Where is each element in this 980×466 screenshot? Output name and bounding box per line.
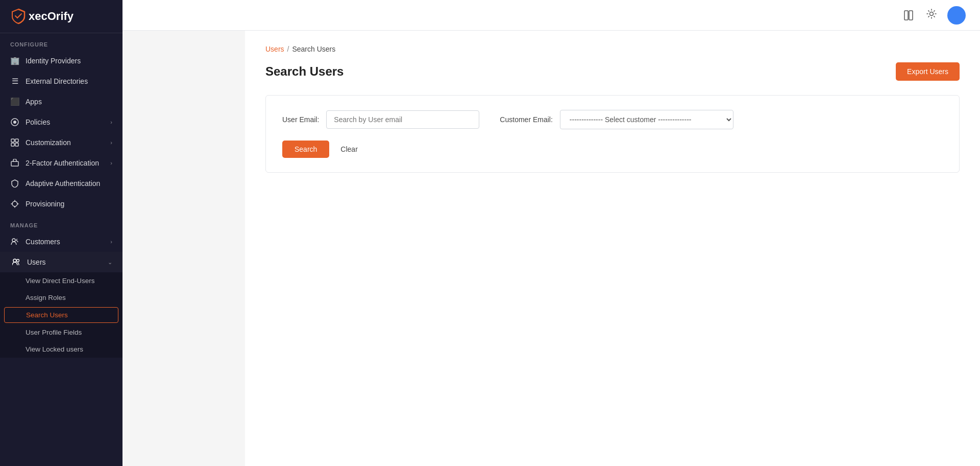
breadcrumb: Users / Search Users bbox=[265, 45, 960, 53]
export-users-button[interactable]: Export Users bbox=[896, 62, 960, 81]
sidebar-item-customization[interactable]: Customization › bbox=[0, 132, 122, 153]
sidebar-subitem-assign-roles[interactable]: Assign Roles bbox=[0, 289, 122, 306]
svg-rect-2 bbox=[11, 139, 14, 142]
sidebar-item-identity-providers[interactable]: 🏢 Identity Providers bbox=[0, 51, 122, 71]
form-actions: Search Clear bbox=[282, 141, 943, 158]
sidebar-item-users[interactable]: Users ⌄ bbox=[0, 252, 122, 272]
book-icon[interactable] bbox=[901, 8, 916, 22]
subitem-label: View Direct End-Users bbox=[26, 277, 95, 285]
sidebar: xecOrify Configure 🏢 Identity Providers … bbox=[0, 0, 122, 466]
svg-rect-6 bbox=[11, 161, 18, 166]
svg-rect-12 bbox=[909, 11, 913, 20]
subitem-label: Assign Roles bbox=[26, 294, 66, 301]
breadcrumb-separator: / bbox=[287, 45, 289, 53]
gear-icon[interactable] bbox=[926, 8, 937, 22]
sidebar-subitem-search-users[interactable]: Search Users bbox=[4, 307, 118, 323]
svg-point-10 bbox=[17, 260, 19, 262]
breadcrumb-parent-link[interactable]: Users bbox=[265, 45, 284, 53]
external-directories-icon: ☰ bbox=[10, 77, 19, 86]
sidebar-item-apps[interactable]: ⬛ Apps bbox=[0, 91, 122, 112]
chevron-right-icon: › bbox=[110, 139, 112, 146]
customer-select[interactable]: -------------- Select customer ---------… bbox=[560, 110, 733, 129]
svg-point-9 bbox=[13, 259, 16, 262]
sidebar-item-adaptive-auth[interactable]: Adaptive Authentication bbox=[0, 173, 122, 194]
sidebar-item-label: Customers bbox=[26, 238, 60, 246]
subitem-label: View Locked users bbox=[26, 345, 83, 353]
customers-icon bbox=[10, 237, 19, 246]
policies-icon bbox=[10, 118, 19, 127]
logo: xecOrify bbox=[0, 0, 122, 33]
svg-rect-4 bbox=[11, 143, 14, 146]
svg-point-1 bbox=[13, 121, 16, 124]
svg-point-8 bbox=[12, 239, 15, 242]
sidebar-item-provisioning[interactable]: Provisioning bbox=[0, 194, 122, 214]
configure-section-label: Configure bbox=[0, 33, 122, 51]
users-submenu: View Direct End-Users Assign Roles Searc… bbox=[0, 272, 122, 358]
sidebar-subitem-view-locked-users[interactable]: View Locked users bbox=[0, 341, 122, 358]
svg-rect-11 bbox=[904, 11, 908, 20]
sidebar-item-label: Apps bbox=[26, 98, 42, 106]
adaptive-auth-icon bbox=[10, 179, 19, 188]
customer-email-field: Customer Email: -------------- Select cu… bbox=[500, 110, 733, 129]
header bbox=[122, 0, 980, 31]
sidebar-item-label: Users bbox=[27, 258, 46, 266]
provisioning-icon bbox=[10, 199, 19, 208]
sidebar-item-customers[interactable]: Customers › bbox=[0, 231, 122, 252]
logo-text: xecOrify bbox=[29, 10, 74, 23]
form-row: User Email: Customer Email: ------------… bbox=[282, 110, 943, 129]
main-content: Users / Search Users Search Users Export… bbox=[245, 31, 980, 466]
user-avatar[interactable] bbox=[947, 6, 966, 25]
clear-button[interactable]: Clear bbox=[336, 141, 361, 158]
sidebar-item-2fa[interactable]: 2-Factor Authentication › bbox=[0, 153, 122, 173]
customization-icon bbox=[10, 138, 19, 147]
identity-providers-icon: 🏢 bbox=[10, 56, 19, 65]
page-title: Search Users bbox=[265, 64, 344, 79]
sidebar-item-label: External Directories bbox=[26, 77, 88, 85]
sidebar-item-label: Identity Providers bbox=[26, 57, 81, 65]
user-email-field: User Email: bbox=[282, 110, 479, 129]
subitem-label: User Profile Fields bbox=[26, 329, 82, 336]
chevron-right-icon: › bbox=[110, 239, 112, 245]
sidebar-item-label: Policies bbox=[26, 118, 50, 126]
user-email-input[interactable] bbox=[326, 110, 479, 129]
chevron-down-icon: ⌄ bbox=[108, 259, 112, 266]
apps-icon: ⬛ bbox=[10, 97, 19, 106]
search-button[interactable]: Search bbox=[282, 141, 329, 158]
search-form: User Email: Customer Email: ------------… bbox=[265, 95, 960, 173]
svg-rect-3 bbox=[15, 139, 18, 142]
manage-section-label: Manage bbox=[0, 214, 122, 231]
sidebar-item-external-directories[interactable]: ☰ External Directories bbox=[0, 71, 122, 91]
sidebar-item-label: Customization bbox=[26, 138, 71, 147]
users-icon bbox=[12, 258, 21, 267]
subitem-label: Search Users bbox=[26, 311, 68, 319]
customer-email-label: Customer Email: bbox=[500, 115, 552, 124]
2fa-icon bbox=[10, 158, 19, 168]
page-header: Search Users Export Users bbox=[265, 62, 960, 81]
sidebar-item-label: Adaptive Authentication bbox=[26, 179, 100, 188]
svg-point-7 bbox=[12, 201, 17, 206]
chevron-right-icon: › bbox=[110, 160, 112, 166]
breadcrumb-current: Search Users bbox=[292, 45, 335, 53]
svg-rect-5 bbox=[15, 143, 18, 146]
sidebar-subitem-user-profile-fields[interactable]: User Profile Fields bbox=[0, 324, 122, 341]
logo-shield-icon bbox=[10, 8, 27, 25]
user-email-label: User Email: bbox=[282, 115, 319, 124]
sidebar-item-label: 2-Factor Authentication bbox=[26, 159, 99, 167]
chevron-right-icon: › bbox=[110, 119, 112, 125]
sidebar-item-label: Provisioning bbox=[26, 200, 64, 208]
svg-point-13 bbox=[930, 12, 934, 16]
sidebar-subitem-view-direct-end-users[interactable]: View Direct End-Users bbox=[0, 272, 122, 289]
sidebar-item-policies[interactable]: Policies › bbox=[0, 112, 122, 132]
